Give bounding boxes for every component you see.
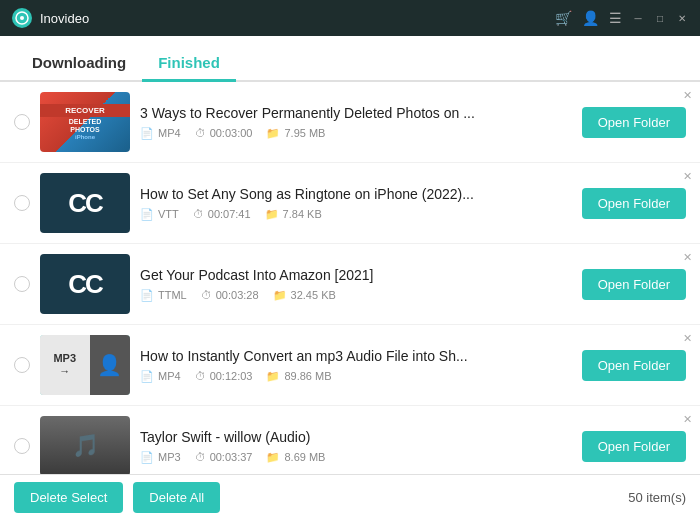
item-format-4: 📄 MP4 [140, 370, 181, 383]
open-folder-button-3[interactable]: Open Folder [582, 269, 686, 300]
item-format-1: 📄 MP4 [140, 127, 181, 140]
clock-icon-1: ⏱ [195, 127, 206, 139]
file-icon-2: 📁 [265, 208, 279, 221]
item-checkbox-2[interactable] [14, 195, 30, 211]
item-info-3: Get Your Podcast Into Amazon [2021] 📄 TT… [140, 267, 572, 302]
item-duration-2: ⏱ 00:07:41 [193, 208, 251, 220]
clock-icon-3: ⏱ [201, 289, 212, 301]
item-meta-5: 📄 MP3 ⏱ 00:03:37 📁 8.69 MB [140, 451, 572, 464]
list-item: 🎵 Taylor Swift - willow (Audio) 📄 MP3 ⏱ … [0, 406, 700, 474]
close-item-button-3[interactable]: ✕ [680, 250, 694, 264]
format-icon-2: 📄 [140, 208, 154, 221]
list-item: CC How to Set Any Song as Ringtone on iP… [0, 163, 700, 244]
list-item: CC Get Your Podcast Into Amazon [2021] 📄… [0, 244, 700, 325]
close-item-button-4[interactable]: ✕ [680, 331, 694, 345]
content-area: RECOVER DELETED PHOTOS iPhone 3 Ways to … [0, 82, 700, 474]
item-format-2: 📄 VTT [140, 208, 179, 221]
item-size-3: 📁 32.45 KB [273, 289, 336, 302]
title-bar-left: Inovideo [12, 8, 89, 28]
tab-finished[interactable]: Finished [142, 44, 236, 82]
item-thumbnail-3: CC [40, 254, 130, 314]
item-format-3: 📄 TTML [140, 289, 187, 302]
item-checkbox-4[interactable] [14, 357, 30, 373]
title-bar-right: 🛒 👤 ☰ ─ □ ✕ [555, 10, 688, 26]
clock-icon-4: ⏱ [195, 370, 206, 382]
close-icon[interactable]: ✕ [676, 12, 688, 24]
open-folder-button-2[interactable]: Open Folder [582, 188, 686, 219]
app-logo [12, 8, 32, 28]
item-title-4: How to Instantly Convert an mp3 Audio Fi… [140, 348, 572, 364]
item-title-1: 3 Ways to Recover Permanently Deleted Ph… [140, 105, 572, 121]
title-bar: Inovideo 🛒 👤 ☰ ─ □ ✕ [0, 0, 700, 36]
item-meta-1: 📄 MP4 ⏱ 00:03:00 📁 7.95 MB [140, 127, 572, 140]
minimize-icon[interactable]: ─ [632, 12, 644, 24]
item-info-1: 3 Ways to Recover Permanently Deleted Ph… [140, 105, 572, 140]
item-duration-3: ⏱ 00:03:28 [201, 289, 259, 301]
item-thumbnail-2: CC [40, 173, 130, 233]
clock-icon-2: ⏱ [193, 208, 204, 220]
item-count: 50 item(s) [628, 490, 686, 505]
delete-all-button[interactable]: Delete All [133, 482, 220, 513]
item-size-5: 📁 8.69 MB [266, 451, 325, 464]
file-icon-5: 📁 [266, 451, 280, 464]
tab-downloading[interactable]: Downloading [16, 44, 142, 82]
close-item-button-5[interactable]: ✕ [680, 412, 694, 426]
item-title-5: Taylor Swift - willow (Audio) [140, 429, 572, 445]
format-icon-4: 📄 [140, 370, 154, 383]
item-meta-2: 📄 VTT ⏱ 00:07:41 📁 7.84 KB [140, 208, 572, 221]
open-folder-button-5[interactable]: Open Folder [582, 431, 686, 462]
cart-icon[interactable]: 🛒 [555, 10, 572, 26]
open-folder-button-1[interactable]: Open Folder [582, 107, 686, 138]
item-title-3: Get Your Podcast Into Amazon [2021] [140, 267, 572, 283]
item-checkbox-1[interactable] [14, 114, 30, 130]
item-meta-3: 📄 TTML ⏱ 00:03:28 📁 32.45 KB [140, 289, 572, 302]
format-icon-5: 📄 [140, 451, 154, 464]
format-icon-3: 📄 [140, 289, 154, 302]
item-checkbox-3[interactable] [14, 276, 30, 292]
item-info-5: Taylor Swift - willow (Audio) 📄 MP3 ⏱ 00… [140, 429, 572, 464]
delete-select-button[interactable]: Delete Select [14, 482, 123, 513]
item-size-1: 📁 7.95 MB [266, 127, 325, 140]
item-size-4: 📁 89.86 MB [266, 370, 331, 383]
bottom-bar: Delete Select Delete All 50 item(s) [0, 474, 700, 520]
menu-icon[interactable]: ☰ [609, 10, 622, 26]
file-icon-4: 📁 [266, 370, 280, 383]
item-thumbnail-5: 🎵 [40, 416, 130, 474]
app-title: Inovideo [40, 11, 89, 26]
item-checkbox-5[interactable] [14, 438, 30, 454]
item-meta-4: 📄 MP4 ⏱ 00:12:03 📁 89.86 MB [140, 370, 572, 383]
open-folder-button-4[interactable]: Open Folder [582, 350, 686, 381]
file-icon-1: 📁 [266, 127, 280, 140]
item-title-2: How to Set Any Song as Ringtone on iPhon… [140, 186, 572, 202]
item-format-5: 📄 MP3 [140, 451, 181, 464]
file-icon-3: 📁 [273, 289, 287, 302]
svg-point-1 [20, 16, 24, 20]
item-duration-4: ⏱ 00:12:03 [195, 370, 253, 382]
item-thumbnail-4: MP3→ 👤 [40, 335, 130, 395]
close-item-button-2[interactable]: ✕ [680, 169, 694, 183]
clock-icon-5: ⏱ [195, 451, 206, 463]
list-item: RECOVER DELETED PHOTOS iPhone 3 Ways to … [0, 82, 700, 163]
tab-bar: Downloading Finished [0, 36, 700, 82]
restore-icon[interactable]: □ [654, 12, 666, 24]
item-thumbnail-1: RECOVER DELETED PHOTOS iPhone [40, 92, 130, 152]
item-duration-1: ⏱ 00:03:00 [195, 127, 253, 139]
format-icon-1: 📄 [140, 127, 154, 140]
item-duration-5: ⏱ 00:03:37 [195, 451, 253, 463]
list-item: MP3→ 👤 How to Instantly Convert an mp3 A… [0, 325, 700, 406]
item-size-2: 📁 7.84 KB [265, 208, 322, 221]
user-icon[interactable]: 👤 [582, 10, 599, 26]
item-info-2: How to Set Any Song as Ringtone on iPhon… [140, 186, 572, 221]
bottom-left-actions: Delete Select Delete All [14, 482, 220, 513]
item-info-4: How to Instantly Convert an mp3 Audio Fi… [140, 348, 572, 383]
close-item-button-1[interactable]: ✕ [680, 88, 694, 102]
